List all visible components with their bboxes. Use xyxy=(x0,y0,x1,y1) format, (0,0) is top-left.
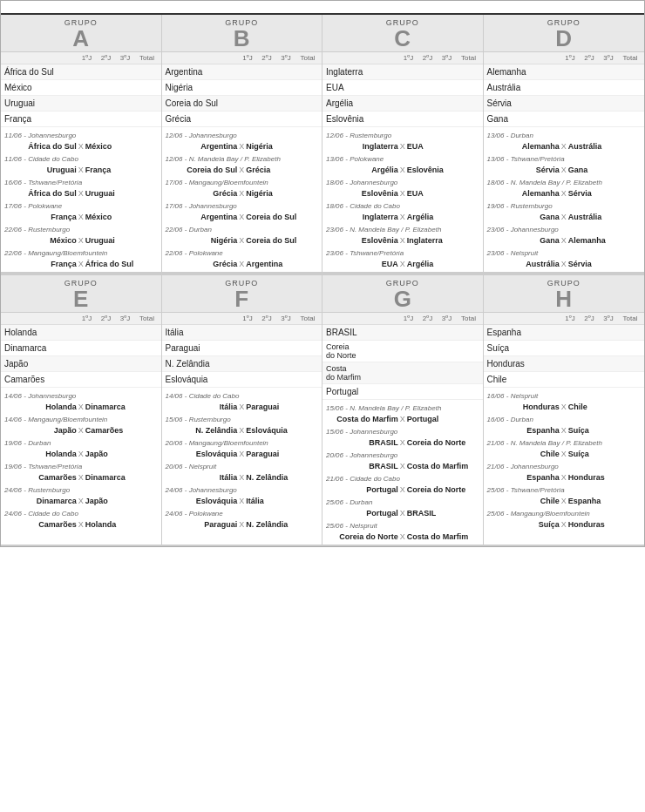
col-2j: 2ºJ xyxy=(580,54,599,62)
match-vs: X xyxy=(77,189,85,198)
match-row: Espanha X Honduras xyxy=(485,471,643,484)
match-row: Inglaterra X EUA xyxy=(324,140,481,152)
team-name: Gana xyxy=(485,114,561,124)
group-section-G: GRUPO G 1ºJ 2ºJ 3ºJ Total BRASIL Coreiad… xyxy=(322,275,484,545)
col-1j: 1ºJ xyxy=(238,54,257,62)
team-row: Dinamarca xyxy=(1,341,161,356)
match-vs: X xyxy=(398,236,407,245)
match-vs: X xyxy=(398,415,407,423)
team-name: Dinamarca xyxy=(3,343,78,353)
match-row: Camarões X Dinamarca xyxy=(3,471,160,484)
match-date: 20/06 - Nelspruit xyxy=(164,460,321,471)
team-row: Portugal xyxy=(322,384,483,400)
match-date: 16/06 - Durban xyxy=(485,413,643,424)
team-row: Costado Marfim xyxy=(322,362,483,384)
match-date: 21/06 - Johannesburgo xyxy=(485,460,643,471)
team-name: Portugal xyxy=(324,387,399,396)
match-team-right: N. Zelândia xyxy=(246,473,318,482)
group-section-D: GRUPO D 1ºJ 2ºJ 3ºJ Total Alemanha Austr… xyxy=(484,15,645,272)
match-team-left: Itália xyxy=(166,403,238,411)
match-date: 24/06 - Johannesburgo xyxy=(164,484,321,495)
match-date: 15/06 - Rustemburgo xyxy=(164,413,321,424)
col-1j: 1ºJ xyxy=(560,54,580,62)
match-vs: X xyxy=(237,236,246,245)
matches-section: 11/06 - Johannesburgo África do Sul X Mé… xyxy=(1,127,161,272)
match-team-right: França xyxy=(85,166,158,174)
match-team-left: Eslováquia xyxy=(166,450,238,458)
match-team-left: Portugal xyxy=(326,509,398,518)
match-date: 24/06 - Polokwane xyxy=(164,507,321,518)
group-letter: G xyxy=(324,288,481,310)
match-team-right: Japão xyxy=(85,497,158,505)
match-vs: X xyxy=(560,403,568,411)
team-name: Coreia do Sul xyxy=(164,98,239,108)
team-row: Inglaterra xyxy=(322,64,483,80)
match-team-left: Gana xyxy=(487,236,560,245)
match-team-left: Argentina xyxy=(166,213,238,221)
match-vs: X xyxy=(77,450,85,458)
match-team-right: Coreia do Norte xyxy=(407,485,479,494)
match-row: Portugal X Coreia do Norte xyxy=(324,484,481,496)
match-vs: X xyxy=(560,236,568,245)
match-team-left: Dinamarca xyxy=(4,497,77,505)
match-row: Argentina X Coreia do Sul xyxy=(164,211,321,223)
match-date: 22/06 - Polokwane xyxy=(164,247,321,258)
team-row: Argentina xyxy=(162,64,322,80)
match-date: 25/06 - Mangaung/Bloemfountein xyxy=(485,507,643,518)
match-date: 14/06 - Johannesburgo xyxy=(3,389,160,401)
match-vs: X xyxy=(398,532,407,541)
match-row: Dinamarca X Japão xyxy=(3,495,160,507)
match-date: 15/06 - N. Mandela Bay / P. Elizabeth xyxy=(324,402,481,413)
match-team-right: BRASIL xyxy=(407,509,479,518)
team-row: Nigéria xyxy=(162,80,322,96)
match-team-right: México xyxy=(85,142,158,151)
match-team-right: Alemanha xyxy=(568,236,641,245)
match-team-left: Japão xyxy=(4,426,77,435)
match-date: 17/06 - Johannesburgo xyxy=(164,200,321,211)
col-2j: 2ºJ xyxy=(97,315,116,322)
match-row: Alemanha X Sérvia xyxy=(485,187,643,200)
match-date: 20/06 - Mangaung/Bloemfountein xyxy=(164,436,321,448)
team-row: Chile xyxy=(484,372,645,388)
match-team-right: Coreia do Sul xyxy=(246,236,318,245)
team-row: Eslováquia xyxy=(162,372,322,388)
match-row: Honduras X Chile xyxy=(485,401,643,413)
match-date: 21/06 - N. Mandela Bay / P. Elizabeth xyxy=(485,436,643,448)
team-row: Coreiado Norte xyxy=(322,341,483,362)
team-row: Holanda xyxy=(1,325,161,341)
match-team-left: Chile xyxy=(487,497,560,505)
group-letter: E xyxy=(3,288,160,310)
match-team-left: Argentina xyxy=(166,142,238,151)
match-row: Alemanha X Austrália xyxy=(485,140,643,152)
match-row: BRASIL X Coreia do Norte xyxy=(324,436,481,449)
group-letter: H xyxy=(485,288,643,310)
match-date: 23/06 - N. Mandela Bay / P. Elizabeth xyxy=(324,223,481,234)
group-header: GRUPO E xyxy=(1,275,161,313)
col-1j: 1ºJ xyxy=(78,54,97,62)
team-row: México xyxy=(1,80,161,96)
match-team-left: Itália xyxy=(166,473,238,482)
match-row: N. Zelândia X Eslováquia xyxy=(164,424,321,436)
match-row: Suíça X Honduras xyxy=(485,518,643,531)
match-row: África do Sul X México xyxy=(3,140,160,152)
match-team-left: África do Sul xyxy=(4,142,77,151)
match-row: Grécia X Argentina xyxy=(164,258,321,270)
col-total: Total xyxy=(618,315,642,322)
match-row: África do Sul X Uruguai xyxy=(3,187,160,200)
col-3j: 3ºJ xyxy=(276,54,295,62)
match-team-right: EUA xyxy=(407,189,479,198)
match-team-left: Sérvia xyxy=(487,166,560,174)
team-name: Itália xyxy=(164,328,239,337)
match-vs: X xyxy=(237,166,246,174)
match-vs: X xyxy=(560,260,568,268)
top-groups: GRUPO A 1ºJ 2ºJ 3ºJ Total África do Sul … xyxy=(1,15,644,274)
match-team-left: Espanha xyxy=(487,473,560,482)
match-date: 14/06 - Mangaung/Bloemfountein xyxy=(3,413,160,424)
match-row: Chile X Suíça xyxy=(485,448,643,460)
group-header: GRUPO G xyxy=(322,275,483,313)
team-name: Uruguai xyxy=(3,98,78,108)
team-name: Espanha xyxy=(485,328,561,337)
col-total: Total xyxy=(618,54,642,62)
match-row: Uruguai X França xyxy=(3,164,160,176)
group-cols-header: 1ºJ 2ºJ 3ºJ Total xyxy=(322,313,483,325)
